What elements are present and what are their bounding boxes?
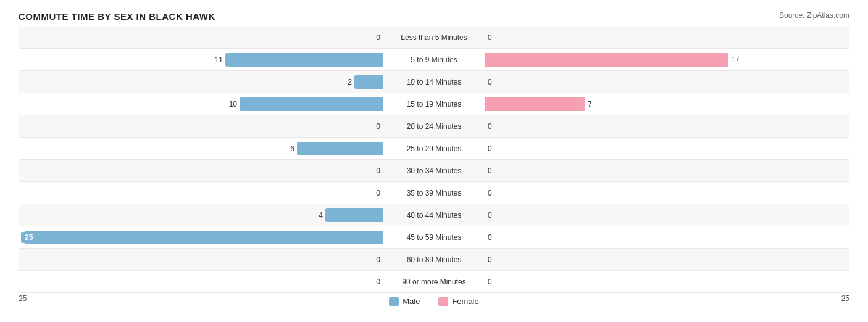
- female-value: 0: [488, 278, 492, 286]
- row-label: 30 to 34 Minutes: [383, 167, 485, 175]
- row-label: 90 or more Minutes: [383, 278, 485, 286]
- male-value: 0: [376, 189, 380, 197]
- male-bar: [225, 53, 383, 67]
- left-section: 10: [19, 93, 383, 115]
- female-legend-label: Female: [452, 297, 478, 306]
- chart-body: 0Less than 5 Minutes0115 to 9 Minutes172…: [19, 27, 849, 293]
- female-value: 0: [488, 211, 492, 220]
- male-bar: [325, 208, 383, 222]
- row-label: 20 to 24 Minutes: [383, 122, 485, 131]
- right-section: 0: [485, 138, 849, 159]
- female-value: 0: [488, 189, 492, 197]
- left-section: 0: [19, 160, 383, 181]
- axis-left: 25: [19, 294, 27, 306]
- left-section: 11: [19, 49, 383, 70]
- row-label: 5 to 9 Minutes: [383, 56, 485, 64]
- bar-row: 2545 to 59 Minutes0: [19, 226, 849, 249]
- female-value: 0: [488, 78, 492, 86]
- left-section: 4: [19, 204, 383, 226]
- bar-row: 035 to 39 Minutes0: [19, 182, 849, 204]
- row-label: 25 to 29 Minutes: [383, 144, 485, 153]
- left-section: 25: [19, 226, 383, 248]
- right-section: 0: [485, 226, 849, 248]
- right-section: 0: [485, 204, 849, 226]
- left-section: 2: [19, 71, 383, 93]
- left-section: 0: [19, 271, 383, 292]
- bar-row: 210 to 14 Minutes0: [19, 71, 849, 93]
- male-value: 0: [376, 167, 380, 175]
- female-value: 0: [488, 144, 492, 153]
- female-legend-box: [438, 297, 448, 306]
- male-legend-box: [389, 297, 399, 306]
- row-label: Less than 5 Minutes: [383, 33, 485, 42]
- right-section: 0: [485, 71, 849, 93]
- right-section: 7: [485, 93, 849, 115]
- male-value: 0: [376, 122, 380, 131]
- male-bar: [354, 75, 383, 89]
- female-bar: [485, 97, 585, 111]
- chart-header: COMMUTE TIME BY SEX IN BLACK HAWK Source…: [19, 11, 849, 22]
- female-value: 0: [488, 33, 492, 42]
- left-section: 0: [19, 27, 383, 48]
- male-value: 0: [376, 255, 380, 264]
- bar-row: 0Less than 5 Minutes0: [19, 27, 849, 49]
- axis-right: 25: [841, 294, 849, 306]
- male-value: 0: [376, 278, 380, 286]
- bar-row: 090 or more Minutes0: [19, 271, 849, 293]
- left-section: 6: [19, 138, 383, 159]
- chart-title: COMMUTE TIME BY SEX IN BLACK HAWK: [19, 11, 215, 22]
- male-value: 2: [348, 78, 352, 86]
- chart-source: Source: ZipAtlas.com: [779, 11, 849, 20]
- bar-row: 030 to 34 Minutes0: [19, 160, 849, 182]
- male-value: 0: [376, 33, 380, 42]
- male-bar: [25, 231, 383, 244]
- right-section: 0: [485, 115, 849, 137]
- male-value: 6: [290, 144, 294, 153]
- bar-row: 020 to 24 Minutes0: [19, 115, 849, 138]
- bar-row: 060 to 89 Minutes0: [19, 249, 849, 271]
- left-section: 0: [19, 249, 383, 270]
- male-bar: [240, 97, 383, 111]
- legend-female: Female: [438, 297, 478, 306]
- left-section: 0: [19, 182, 383, 204]
- row-label: 35 to 39 Minutes: [383, 189, 485, 197]
- right-section: 17: [485, 49, 849, 70]
- female-value: 0: [488, 122, 492, 131]
- female-value: 0: [488, 167, 492, 175]
- female-value: 0: [488, 255, 492, 264]
- female-bar: [485, 53, 728, 67]
- right-section: 0: [485, 182, 849, 204]
- right-section: 0: [485, 249, 849, 270]
- bar-row: 115 to 9 Minutes17: [19, 49, 849, 71]
- legend-male: Male: [389, 297, 420, 306]
- male-value: 11: [215, 56, 223, 64]
- row-label: 40 to 44 Minutes: [383, 211, 485, 220]
- male-value: 4: [319, 211, 323, 220]
- right-section: 0: [485, 27, 849, 48]
- male-legend-label: Male: [403, 297, 420, 306]
- bar-row: 625 to 29 Minutes0: [19, 138, 849, 160]
- row-label: 10 to 14 Minutes: [383, 78, 485, 86]
- row-label: 45 to 59 Minutes: [383, 233, 485, 242]
- bar-row: 1015 to 19 Minutes7: [19, 93, 849, 115]
- female-value: 17: [731, 56, 739, 64]
- male-bar: [297, 142, 383, 155]
- right-section: 0: [485, 271, 849, 292]
- row-label: 15 to 19 Minutes: [383, 100, 485, 109]
- row-label: 60 to 89 Minutes: [383, 255, 485, 264]
- female-value: 0: [488, 233, 492, 242]
- bar-row: 440 to 44 Minutes0: [19, 204, 849, 226]
- left-section: 0: [19, 115, 383, 137]
- male-value: 10: [229, 100, 237, 109]
- female-value: 7: [588, 100, 592, 109]
- legend: Male Female: [389, 297, 479, 306]
- chart-container: COMMUTE TIME BY SEX IN BLACK HAWK Source…: [0, 0, 868, 322]
- right-section: 0: [485, 160, 849, 181]
- male-value: 25: [21, 232, 36, 243]
